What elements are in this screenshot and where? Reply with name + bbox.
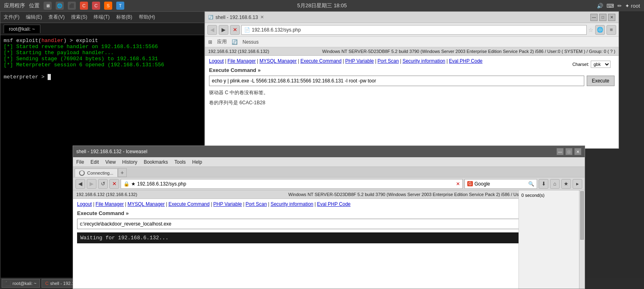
app-icon-2[interactable]: 🌐	[56, 2, 64, 10]
nav-php-var-bottom[interactable]: PHP Variable	[213, 201, 242, 207]
iw-menu-view[interactable]: View	[105, 159, 116, 165]
nav-logout-bottom[interactable]: Logout	[77, 201, 92, 207]
nav-links-top: Logout | File Manager | MYSQL Manager | …	[209, 58, 615, 64]
nav-security-top[interactable]: Security information	[402, 58, 445, 64]
iw-search-bar[interactable]: G Google 🔍	[464, 179, 537, 189]
nav-mysql-bottom[interactable]: MYSQL Manager	[128, 201, 165, 207]
nav-execute-bottom[interactable]: Execute Command	[168, 201, 209, 207]
maximize-btn-top[interactable]: □	[599, 14, 606, 21]
iw-menu-file[interactable]: File	[76, 159, 84, 165]
terminal-menu-edit[interactable]: 编辑(E)	[26, 14, 42, 21]
menu-btn-top[interactable]: ≡	[606, 25, 616, 35]
iw-tab-active[interactable]: Connecting...	[75, 169, 118, 177]
iw-bookmark-icon: ★	[131, 181, 136, 187]
nav-logout-top[interactable]: Logout	[209, 58, 224, 64]
terminal-line-4: [*] Sending stage (769024 bytes) to 192.…	[4, 56, 201, 62]
pen-icon[interactable]: ✏	[617, 3, 622, 9]
location-menu[interactable]: 位置	[29, 2, 40, 9]
iw-address-bar[interactable]: 🔒 ★ 192.168.6.132/sys.php ✕	[121, 179, 463, 189]
exec-input-bottom[interactable]	[77, 219, 550, 229]
close-btn-top[interactable]: ✕	[608, 14, 615, 21]
nav-eval-bottom[interactable]: Eval PHP Code	[317, 201, 351, 207]
iw-menu-tools[interactable]: Tools	[174, 159, 186, 165]
connecting-indicator	[79, 170, 85, 176]
stop-btn-top[interactable]: ✕	[230, 25, 240, 35]
address-bar-top[interactable]: 📄 192.168.6.132/sys.php	[241, 25, 587, 35]
app-icon-6[interactable]: S	[104, 2, 112, 10]
iw-scrollbar-thumb[interactable]	[580, 191, 584, 240]
system-bar: 应用程序 位置 🖥 🌐 ⬛ C C S T 5月28日星期三 18:05 🔊 ⌨…	[0, 0, 644, 11]
nav-php-var-top[interactable]: PHP Variable	[345, 58, 374, 64]
terminal-tab[interactable]: root@kali: ~	[4, 25, 40, 33]
back-btn-top[interactable]: ◀	[207, 25, 217, 35]
nav-mysql-top[interactable]: MYSQL Manager	[259, 58, 297, 64]
tab-close-top[interactable]: ✕	[260, 15, 264, 20]
terminal-menu-help[interactable]: 帮助(H)	[139, 14, 155, 21]
nav-file-manager-bottom[interactable]: File Manager	[96, 201, 124, 207]
iw-search-icon[interactable]: 🔍	[528, 181, 534, 187]
terminal-line-5: [*] Meterpreter session 6 opened (192.16…	[4, 62, 201, 68]
charset-select-top[interactable]: gbk utf-8	[591, 61, 611, 68]
app-icon-4[interactable]: C	[80, 2, 88, 10]
app-icon-1[interactable]: 🖥	[44, 2, 52, 10]
terminal-menu-terminal[interactable]: 终端(T)	[94, 14, 109, 21]
nav-file-manager-top[interactable]: File Manager	[228, 58, 256, 64]
terminal-menu-file[interactable]: 文件(F)	[4, 14, 19, 21]
server-info-bar-bottom: 192.168.6.132 (192.168.6.132) Windows NT…	[73, 190, 585, 199]
nav-execute-top[interactable]: Execute Command	[300, 58, 341, 64]
iw-menu-help[interactable]: Help	[192, 159, 202, 165]
app-icon-7[interactable]: T	[116, 2, 124, 10]
maximize-btn-bottom[interactable]: □	[565, 148, 573, 155]
close-btn-bottom[interactable]: ✕	[574, 148, 581, 155]
iw-menu-history[interactable]: History	[122, 159, 137, 165]
app-icon-5[interactable]: C	[92, 2, 100, 10]
bookmark-apps-label[interactable]: 应用	[217, 38, 227, 45]
globe-btn-top[interactable]: 🌐	[595, 25, 605, 35]
nav-port-scan-top[interactable]: Port Scan	[378, 58, 399, 64]
nav-port-scan-bottom[interactable]: Port Scan	[246, 201, 267, 207]
iw-home-btn[interactable]: ⌂	[550, 179, 560, 189]
charset-row-top: Charset: gbk utf-8	[572, 61, 611, 68]
server-ip-bottom: 192.168.6.132 (192.168.6.132)	[76, 192, 137, 197]
nav-security-bottom[interactable]: Security information	[270, 201, 313, 207]
iceweasel-btns: — □ ✕	[556, 148, 581, 155]
system-bar-right: 🔊 ⌨ ✏ ✦ root	[597, 3, 640, 9]
volume-icon[interactable]: 🔊	[597, 3, 603, 9]
taskbar-terminal[interactable]: ⬛ root@kali: ~	[2, 279, 40, 288]
app-menu[interactable]: 应用程序	[4, 2, 25, 9]
address-text-top: 192.168.6.132/sys.php	[252, 27, 301, 33]
browser-window-bottom: shell - 192.168.6.132 - Iceweasel — □ ✕ …	[73, 146, 585, 289]
terminal-menu-view[interactable]: 查看(V)	[48, 14, 65, 21]
app-icon-3[interactable]: ⬛	[68, 2, 76, 10]
bookmark-nessus-label[interactable]: Nessus	[243, 39, 259, 45]
terminal-menu-tabs[interactable]: 标签(B)	[116, 14, 132, 21]
iw-nav-more[interactable]: ▸	[573, 179, 582, 189]
iw-menu-edit[interactable]: Edit	[90, 159, 99, 165]
minimize-btn-top[interactable]: —	[590, 14, 598, 21]
nav-eval-top[interactable]: Eval PHP Code	[449, 58, 483, 64]
iw-bookmark-btn[interactable]: ★	[561, 179, 571, 189]
iceweasel-tabs: Connecting... +	[73, 167, 585, 177]
iw-stop-btn[interactable]: ✕	[109, 179, 119, 189]
terminal-menu-search[interactable]: 搜索(S)	[71, 14, 87, 21]
minimize-btn-bottom[interactable]: —	[556, 148, 564, 155]
keyboard-icon[interactable]: ⌨	[606, 3, 614, 9]
iw-search-label: Google	[475, 181, 490, 187]
server-details-top: Windows NT SERVER-5D23DB8F 5.2 build 379…	[322, 49, 616, 54]
forward-btn-top[interactable]: ▶	[219, 25, 228, 35]
bookmark-star-top[interactable]: ☆	[588, 27, 594, 33]
iw-tab-new[interactable]: +	[118, 168, 127, 177]
server-info-bar-top: 192.168.6.132 (192.168.6.132) Windows NT…	[205, 47, 619, 56]
iw-reload-btn[interactable]: ↺	[98, 179, 108, 189]
waiting-text: Waiting for 192.168.6.132...	[77, 232, 581, 243]
iw-menu-bookmarks[interactable]: Bookmarks	[144, 159, 168, 165]
iw-back-btn[interactable]: ◀	[75, 179, 85, 189]
exec-input-top[interactable]	[209, 76, 584, 86]
exec-button-top[interactable]: Execute	[587, 76, 615, 86]
iw-forward-btn[interactable]: ▶	[87, 179, 96, 189]
output-line-1-top: 驱动器 C 中的卷没有标签。	[209, 89, 615, 96]
iw-stop-loading-icon[interactable]: ✕	[456, 181, 460, 187]
iw-scrollbar[interactable]	[579, 190, 585, 289]
browser-titlebar-top: 🔄 shell - 192.168.6.13 ✕ — □ ✕	[205, 12, 619, 23]
iw-download-btn[interactable]: ⬇	[539, 179, 548, 189]
